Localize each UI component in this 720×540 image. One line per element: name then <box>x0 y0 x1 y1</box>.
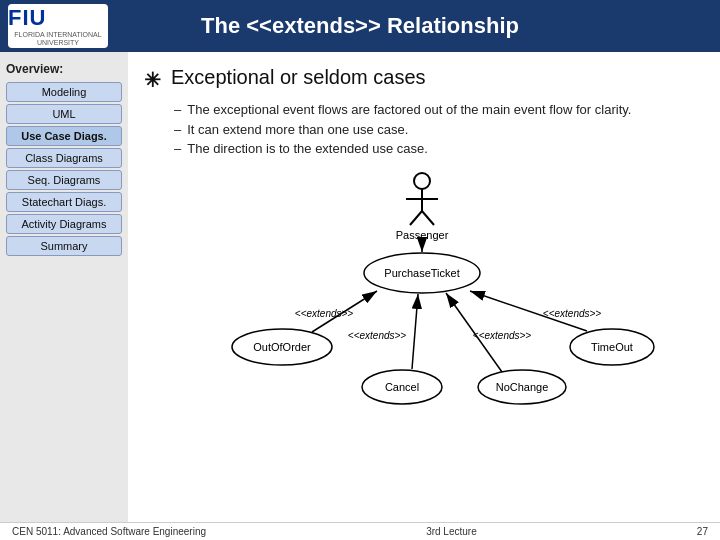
extends-label-2: <<extends>> <box>348 330 407 341</box>
main-content: ✳ Exceptional or seldom cases The except… <box>128 52 720 522</box>
sidebar-item-uml[interactable]: UML <box>6 104 122 124</box>
passenger-leftleg-icon <box>410 211 422 225</box>
sidebar-overview-label: Overview: <box>6 62 122 76</box>
passenger-rightleg-icon <box>422 211 434 225</box>
nochange-label: NoChange <box>496 381 549 393</box>
logo-box: FIU FLORIDA INTERNATIONAL UNIVERSITY <box>8 4 108 48</box>
sidebar-item-usecase[interactable]: Use Case Diags. <box>6 126 122 146</box>
sidebar-item-classdiagrams[interactable]: Class Diagrams <box>6 148 122 168</box>
sidebar-item-statechart[interactable]: Statechart Diags. <box>6 192 122 212</box>
passenger-head-icon <box>414 173 430 189</box>
cancel-label: Cancel <box>385 381 419 393</box>
timeout-label: TimeOut <box>591 341 633 353</box>
sub-bullet-2: It can extend more than one use case. <box>174 120 700 140</box>
sidebar-item-summary[interactable]: Summary <box>6 236 122 256</box>
uml-diagram: Passenger PurchaseTicket OutOfOrder Canc… <box>144 165 700 515</box>
passenger-label: Passenger <box>396 229 449 241</box>
uml-svg: Passenger PurchaseTicket OutOfOrder Canc… <box>182 169 662 409</box>
sidebar-item-activity[interactable]: Activity Diagrams <box>6 214 122 234</box>
footer: CEN 5011: Advanced Software Engineering … <box>0 522 720 540</box>
body: Overview: Modeling UML Use Case Diags. C… <box>0 52 720 522</box>
sidebar: Overview: Modeling UML Use Case Diags. C… <box>0 52 128 522</box>
bullet-section: ✳ Exceptional or seldom cases <box>144 66 700 92</box>
footer-course: CEN 5011: Advanced Software Engineering <box>12 526 206 537</box>
bullet-title: Exceptional or seldom cases <box>171 66 426 89</box>
sub-bullets: The exceptional event flows are factored… <box>174 100 700 159</box>
extends-label-1: <<extends>> <box>295 308 354 319</box>
cancel-to-purchase-arrow <box>412 294 418 369</box>
logo-area: FIU FLORIDA INTERNATIONAL UNIVERSITY <box>8 4 108 48</box>
extends-label-3: <<extends>> <box>473 330 532 341</box>
sub-bullet-1: The exceptional event flows are factored… <box>174 100 700 120</box>
page-title: The <<extends>> Relationship <box>201 13 519 39</box>
extends-label-4: <<extends>> <box>543 308 602 319</box>
footer-lecture: 3rd Lecture <box>426 526 477 537</box>
fiu-logo-sub: FLORIDA INTERNATIONAL UNIVERSITY <box>8 31 108 46</box>
header: FIU FLORIDA INTERNATIONAL UNIVERSITY The… <box>0 0 720 52</box>
fiu-logo-text: FIU <box>8 5 108 31</box>
footer-page: 27 <box>697 526 708 537</box>
purchase-ticket-label: PurchaseTicket <box>384 267 459 279</box>
sidebar-item-modeling[interactable]: Modeling <box>6 82 122 102</box>
sub-bullet-3: The direction is to the extended use cas… <box>174 139 700 159</box>
outoforder-label: OutOfOrder <box>253 341 311 353</box>
sidebar-item-seqdiagrams[interactable]: Seq. Diagrams <box>6 170 122 190</box>
bullet-star-icon: ✳ <box>144 68 161 92</box>
